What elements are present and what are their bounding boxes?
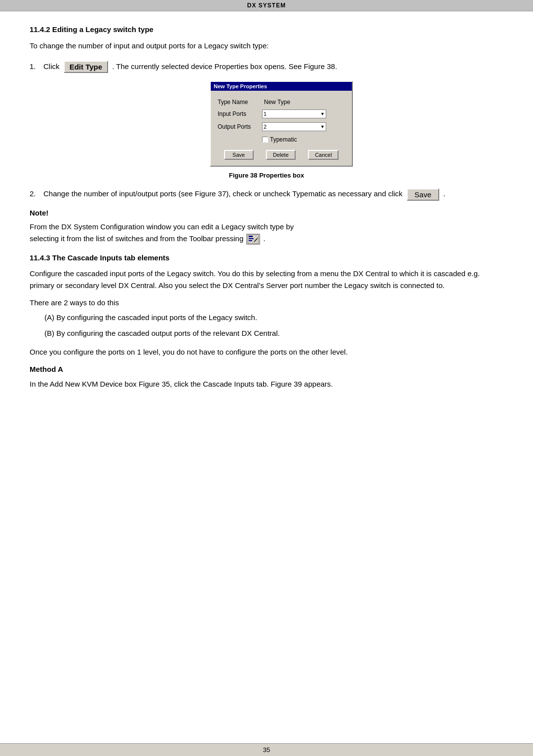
dialog-container: New Type Properties Type Name New Type I… [59, 81, 503, 167]
dialog-typematic-row: Typematic [262, 136, 345, 143]
subsection-paragraph1: Configure the cascaded input ports of th… [30, 268, 503, 291]
footer-bar: 35 [0, 743, 533, 756]
note-section: Note! From the DX System Configuration w… [30, 209, 503, 245]
save-button-inline[interactable]: Save [407, 188, 439, 201]
section-heading: 11.4.2 Editing a Legacy switch type [30, 25, 503, 34]
svg-rect-3 [249, 240, 252, 241]
dialog-cancel-button[interactable]: Cancel [308, 150, 339, 160]
method-item-a: (A) By configuring the cascaded input po… [44, 312, 503, 324]
svg-rect-2 [249, 238, 254, 239]
top-bar: DX SYSTEM [0, 0, 533, 11]
dialog-box: New Type Properties Type Name New Type I… [210, 81, 353, 167]
method-item-b: (B) By configuring the cascaded output p… [44, 327, 503, 339]
dialog-outputports-row: Output Ports 2 ▼ [218, 122, 345, 131]
toolbar-svg [247, 234, 259, 244]
ways-text: There are 2 ways to do this [30, 298, 503, 307]
svg-rect-1 [249, 236, 253, 237]
note-text: From the DX System Configuration window … [30, 221, 503, 245]
dialog-inputports-label: Input Ports [218, 110, 262, 117]
page-number: 35 [263, 746, 270, 754]
intro-text: To change the number of input and output… [30, 40, 503, 52]
dialog-title: New Type Properties [214, 83, 267, 89]
method-a-heading: Method A [30, 365, 503, 373]
method-list: (A) By configuring the cascaded input po… [44, 312, 503, 339]
step-1-number: 1. [30, 61, 43, 72]
dialog-typename-label: Type Name [218, 99, 262, 106]
dialog-outputports-val: 2 [264, 124, 266, 130]
step-1-text-before: Click [43, 62, 60, 71]
note-text-before: From the DX System Configuration window … [30, 222, 294, 231]
page-content: 11.4.2 Editing a Legacy switch type To c… [0, 11, 533, 417]
dialog-outputports-select[interactable]: 2 ▼ [262, 122, 326, 131]
note-text-after: selecting it from the list of switches a… [30, 234, 243, 243]
step-1-text: Click Edit Type . The currently selected… [43, 61, 503, 73]
dialog-button-row: Save Delete Cancel [218, 150, 345, 160]
edit-type-button[interactable]: Edit Type [64, 61, 108, 73]
outputports-arrow: ▼ [320, 124, 325, 129]
toolbar-icon-inner [247, 234, 260, 244]
step-2: 2. Change the number of input/output por… [30, 188, 503, 201]
dialog-outputports-label: Output Ports [218, 123, 262, 130]
step-2-text-end: . [443, 189, 445, 198]
note-text-period: . [264, 234, 266, 243]
dialog-inputports-val: 1 [264, 111, 266, 117]
inputports-arrow: ▼ [320, 111, 325, 116]
subsection-paragraph2: Once you configure the ports on 1 level,… [30, 346, 503, 358]
dialog-inputports-row: Input Ports 1 ▼ [218, 109, 345, 118]
dialog-typename-row: Type Name New Type [218, 99, 345, 106]
typematic-label: Typematic [270, 136, 297, 143]
dialog-body: Type Name New Type Input Ports 1 ▼ Outpu… [211, 91, 352, 166]
step-1-text-after: . The currently selected device Properti… [112, 62, 337, 71]
dialog-inputports-select[interactable]: 1 ▼ [262, 109, 326, 118]
toolbar-edit-icon [246, 234, 260, 245]
note-heading: Note! [30, 209, 503, 217]
step-2-number: 2. [30, 188, 43, 200]
typematic-checkbox[interactable] [262, 137, 268, 143]
dialog-delete-button[interactable]: Delete [266, 150, 296, 160]
top-bar-text: DX SYSTEM [247, 2, 286, 9]
dialog-typename-value: New Type [264, 99, 290, 106]
subsection-heading: 11.4.3 The Cascade Inputs tab elements [30, 253, 503, 262]
figure-caption: Figure 38 Properties box [30, 172, 503, 179]
step-1: 1. Click Edit Type . The currently selec… [30, 61, 503, 73]
step-2-text-before: Change the number of input/output ports … [43, 189, 403, 198]
dialog-titlebar: New Type Properties [211, 82, 352, 91]
step-2-text: Change the number of input/output ports … [43, 188, 503, 201]
method-a-text: In the Add New KVM Device box Figure 35,… [30, 378, 503, 390]
dialog-save-button[interactable]: Save [224, 150, 254, 160]
